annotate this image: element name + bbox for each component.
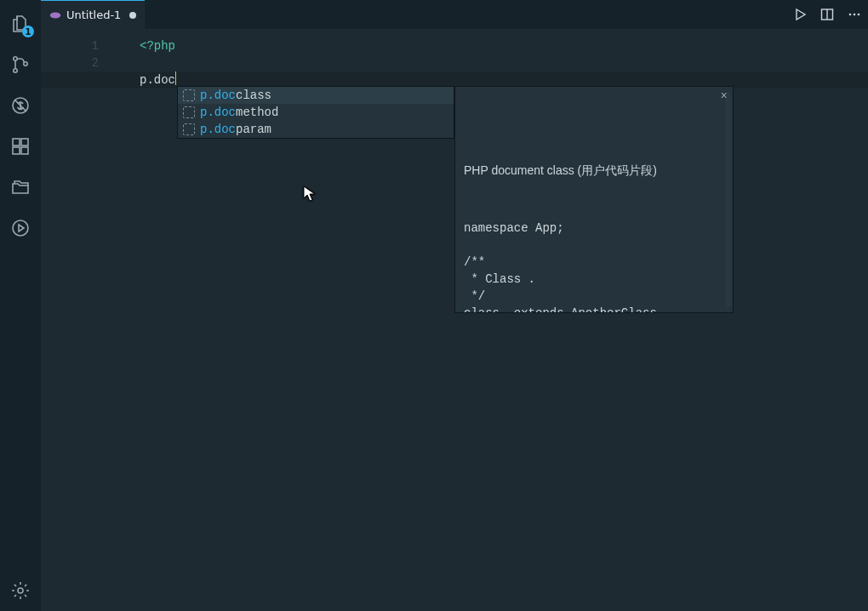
suggest-label: p.docmethod [200, 106, 278, 119]
code-line: <?php [41, 37, 868, 54]
activity-debug[interactable] [0, 85, 41, 126]
folders-icon [10, 177, 31, 197]
text-cursor [175, 71, 176, 85]
split-icon [820, 8, 834, 21]
svg-point-12 [849, 14, 852, 16]
svg-point-8 [13, 220, 28, 236]
snippet-icon [183, 123, 195, 135]
editor-area: Untitled-1 1 2 3 [41, 0, 868, 611]
ellipsis-icon [848, 8, 861, 21]
scrollbar[interactable] [726, 92, 731, 307]
svg-rect-6 [13, 147, 20, 154]
svg-point-9 [18, 588, 23, 593]
activity-explorer[interactable]: 1 [0, 3, 41, 44]
svg-point-2 [24, 62, 27, 66]
svg-point-1 [14, 69, 17, 72]
code-token: <?php [140, 39, 175, 53]
extensions-icon [10, 136, 31, 157]
activity-run[interactable] [0, 208, 41, 248]
svg-rect-7 [21, 147, 28, 154]
mouse-pointer-icon [303, 186, 317, 206]
suggest-details: × PHP document class (用户代码片段) namespace … [454, 86, 734, 313]
activity-folders[interactable] [0, 167, 41, 208]
activity-extensions[interactable] [0, 126, 41, 167]
details-body: namespace App; /** * Class . */ class ex… [464, 220, 724, 313]
activity-bar: 1 [0, 0, 41, 611]
play-circle-icon [10, 218, 31, 238]
editor-title-actions [791, 0, 863, 29]
run-file-button[interactable] [791, 6, 808, 23]
explorer-badge: 1 [22, 26, 34, 37]
details-title: PHP document class (用户代码片段) [464, 162, 724, 179]
svg-point-14 [858, 14, 860, 16]
svg-point-13 [854, 14, 856, 16]
play-icon [793, 8, 807, 21]
split-editor-button[interactable] [819, 6, 836, 23]
code-content: <?php p.doc [41, 37, 868, 89]
text-editor[interactable]: 1 2 3 <?php p.doc p.docclass p.docmethod [41, 29, 868, 611]
code-token: p.doc [140, 73, 175, 87]
svg-point-0 [14, 57, 17, 60]
tab-title: Untitled-1 [66, 9, 121, 21]
suggest-item[interactable]: p.docparam [178, 121, 454, 138]
tab-untitled[interactable]: Untitled-1 [41, 0, 145, 29]
php-lang-icon [49, 9, 61, 21]
app-root: 1 [0, 0, 868, 611]
suggest-widget[interactable]: p.docclass p.docmethod p.docparam [177, 86, 454, 139]
tab-strip: Untitled-1 [41, 0, 868, 29]
svg-point-10 [50, 12, 61, 18]
dirty-dot-icon [129, 12, 136, 19]
snippet-icon [183, 89, 195, 101]
code-line [41, 54, 868, 71]
suggest-item[interactable]: p.docmethod [178, 104, 454, 121]
gear-icon [10, 580, 31, 601]
activity-scm[interactable] [0, 44, 41, 85]
suggest-item[interactable]: p.docclass [178, 87, 454, 104]
source-control-icon [10, 54, 31, 75]
no-bug-icon [10, 95, 31, 116]
activity-settings[interactable] [0, 570, 41, 611]
suggest-label: p.docparam [200, 123, 271, 136]
snippet-icon [183, 106, 195, 118]
svg-rect-5 [21, 139, 28, 146]
more-actions-button[interactable] [846, 6, 863, 23]
suggest-label: p.docclass [200, 89, 271, 102]
svg-rect-4 [13, 139, 20, 146]
